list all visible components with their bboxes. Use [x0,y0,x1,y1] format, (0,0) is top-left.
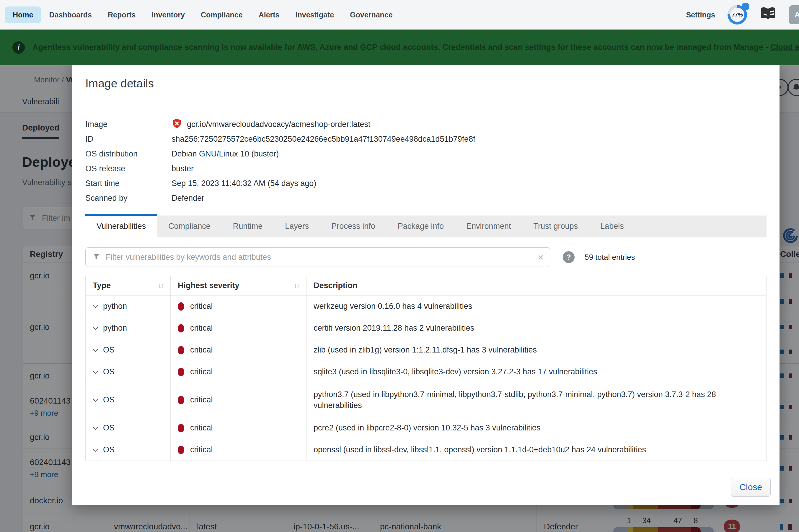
vulnerability-row[interactable]: OS critical pcre2 (used in libpcre2-8-0)… [85,417,766,439]
modal-footer: Close [731,478,771,497]
vulnerabilities-table-header: Type↓↑ Highest severity↓↑ Description [85,276,766,296]
type-cell: OS [103,423,115,433]
vulnerability-row[interactable]: python critical werkzeug version 0.16.0 … [85,296,766,317]
close-button[interactable]: Close [731,478,771,497]
vulnerability-row[interactable]: python critical certifi version 2019.11.… [85,317,766,339]
announcement-banner: i Agentless vulnerability and compliance… [0,30,799,65]
chevron-down-icon[interactable] [93,368,98,374]
field-os-distribution: OS distribution Debian GNU/Linux 10 (bus… [85,147,766,161]
critical-dot-icon [178,446,184,454]
image-id-value: sha256:7250275572ce6bc5230250e24266ec5bb… [172,135,475,144]
chevron-down-icon[interactable] [93,446,98,451]
type-cell: OS [103,367,115,376]
chevron-down-icon[interactable] [93,424,98,430]
tab-compliance[interactable]: Compliance [157,215,222,237]
severity-cell: critical [190,345,213,355]
severity-cell: critical [190,445,213,454]
description-cell: sqlite3 (used in libsqlite3-0, libsqlite… [306,361,766,383]
image-detail-fields: Image gcr.io/vmwarecloudadvocacy/acmesho… [72,100,780,206]
nav-item-compliance[interactable]: Compliance [193,6,251,23]
severity-column-header[interactable]: Highest severity [178,281,240,290]
field-label: ID [85,135,172,144]
vulnerability-row[interactable]: OS critical python3.7 (used in libpython… [85,383,766,417]
vulnerability-filter-row: × ? 59 total entries [85,247,766,267]
nav-item-alerts[interactable]: Alerts [251,6,288,23]
vulnerability-row[interactable]: OS critical openssl (used in libssl-dev,… [85,439,766,461]
description-column-header: Description [313,281,358,290]
os-release-value: buster [172,164,194,173]
sort-icon[interactable]: ↓↑ [158,282,163,290]
description-cell: werkzeug version 0.16.0 has 4 vulnerabil… [306,296,766,317]
field-label: Start time [85,179,172,188]
chevron-down-icon[interactable] [93,324,98,330]
field-label: OS release [85,164,172,173]
clear-filter-icon[interactable]: × [538,252,544,262]
scanned-by-value: Defender [172,194,204,203]
tab-runtime[interactable]: Runtime [222,215,274,237]
tab-environment[interactable]: Environment [455,215,522,237]
field-id: ID sha256:7250275572ce6bc5230250e24266ec… [85,132,766,147]
critical-shield-icon [172,118,182,131]
field-label: Scanned by [85,194,172,203]
vulnerability-row[interactable]: OS critical sqlite3 (used in libsqlite3-… [85,361,766,383]
nav-item-dashboards[interactable]: Dashboards [41,6,99,23]
severity-cell: critical [190,395,213,404]
description-cell: certifi version 2019.11.28 has 2 vulnera… [306,317,766,339]
severity-cell: critical [190,302,213,311]
chevron-down-icon[interactable] [93,346,98,352]
tab-layers[interactable]: Layers [274,215,320,237]
field-start-time: Start time Sep 15, 2023 11:40:32 AM (54 … [85,176,766,191]
image-details-modal: Image details Image gcr.io/vmwarecloudad… [72,65,780,505]
sort-icon[interactable]: ↓↑ [294,282,299,290]
type-column-header[interactable]: Type [93,281,111,290]
type-cell: python [103,324,127,333]
severity-cell: critical [190,324,213,333]
notification-dot [742,3,749,10]
tab-process-info[interactable]: Process info [320,215,386,237]
chevron-down-icon[interactable] [93,303,98,308]
description-cell: python3.7 (used in libpython3.7-minimal,… [306,383,766,417]
nav-right-cluster: Settings 77% AI [686,0,799,30]
nav-item-reports[interactable]: Reports [100,6,144,23]
ai-chip-icon[interactable]: AI [789,5,799,24]
tab-trust-groups[interactable]: Trust groups [522,215,589,237]
field-os-release: OS release buster [85,161,766,176]
nav-item-inventory[interactable]: Inventory [144,6,193,23]
field-label: OS distribution [85,149,172,158]
type-cell: OS [103,395,115,404]
field-image: Image gcr.io/vmwarecloudadvocacy/acmesho… [85,117,766,132]
nav-item-governance[interactable]: Governance [342,6,401,23]
critical-dot-icon [178,346,184,354]
type-cell: OS [103,345,115,355]
vulnerability-filter-input[interactable] [106,253,532,262]
description-cell: openssl (used in libssl-dev, libssl1.1, … [306,439,766,460]
description-cell: zlib (used in zlib1g) version 1:1.2.11.d… [306,339,766,361]
tab-vulnerabilities[interactable]: Vulnerabilities [85,214,157,237]
tab-labels[interactable]: Labels [589,215,635,237]
start-time-value: Sep 15, 2023 11:40:32 AM (54 days ago) [172,179,316,188]
funnel-icon [92,252,100,262]
progress-ring[interactable]: 77% [727,5,747,24]
vulnerability-row[interactable]: OS critical zlib (used in zlib1g) versio… [85,339,766,361]
book-icon[interactable] [759,6,777,24]
total-entries: 59 total entries [585,253,635,262]
critical-dot-icon [178,424,184,432]
nav-item-investigate[interactable]: Investigate [288,6,342,23]
settings-button[interactable]: Settings [686,11,715,19]
critical-dot-icon [178,302,184,310]
critical-dot-icon [178,324,184,332]
tab-package-info[interactable]: Package info [386,215,455,237]
nav-list: Home Dashboards Reports Inventory Compli… [5,6,401,23]
modal-title: Image details [72,65,780,100]
top-nav: Home Dashboards Reports Inventory Compli… [0,0,799,30]
chevron-down-icon[interactable] [93,396,98,401]
description-cell: pcre2 (used in libpcre2-8-0) version 10.… [306,417,766,439]
image-name-value: gcr.io/vmwarecloudadvocacy/acmeshop-orde… [187,120,370,129]
cloud-accounts-link[interactable]: Cloud accounts page [771,43,799,52]
vulnerability-filter-box: × [85,247,550,267]
help-icon[interactable]: ? [563,251,575,263]
nav-item-home[interactable]: Home [5,6,41,23]
info-icon: i [13,41,25,54]
vulnerabilities-table: Type↓↑ Highest severity↓↑ Description py… [85,276,766,461]
severity-cell: critical [190,423,213,433]
